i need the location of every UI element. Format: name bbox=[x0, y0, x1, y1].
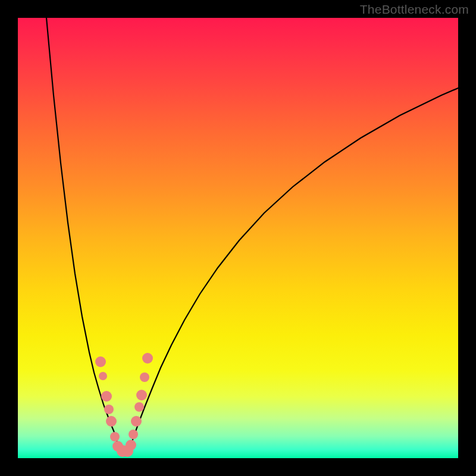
dot-13 bbox=[136, 390, 147, 400]
dot-10 bbox=[129, 430, 138, 439]
left-curve bbox=[46, 18, 118, 445]
dot-9 bbox=[126, 440, 136, 450]
dot-14 bbox=[140, 372, 149, 382]
curve-layer bbox=[18, 18, 458, 458]
dot-4 bbox=[106, 416, 117, 427]
dot-1 bbox=[99, 372, 107, 380]
dot-0 bbox=[95, 356, 106, 367]
dot-12 bbox=[134, 402, 144, 412]
chart-frame: TheBottleneck.com bbox=[0, 0, 476, 476]
dot-3 bbox=[104, 405, 114, 414]
dot-5 bbox=[110, 432, 120, 441]
dot-15 bbox=[142, 353, 153, 364]
right-curve bbox=[131, 88, 458, 445]
dot-2 bbox=[101, 391, 112, 402]
watermark-text: TheBottleneck.com bbox=[360, 2, 469, 17]
dot-11 bbox=[131, 416, 142, 427]
plot-area bbox=[18, 18, 458, 458]
